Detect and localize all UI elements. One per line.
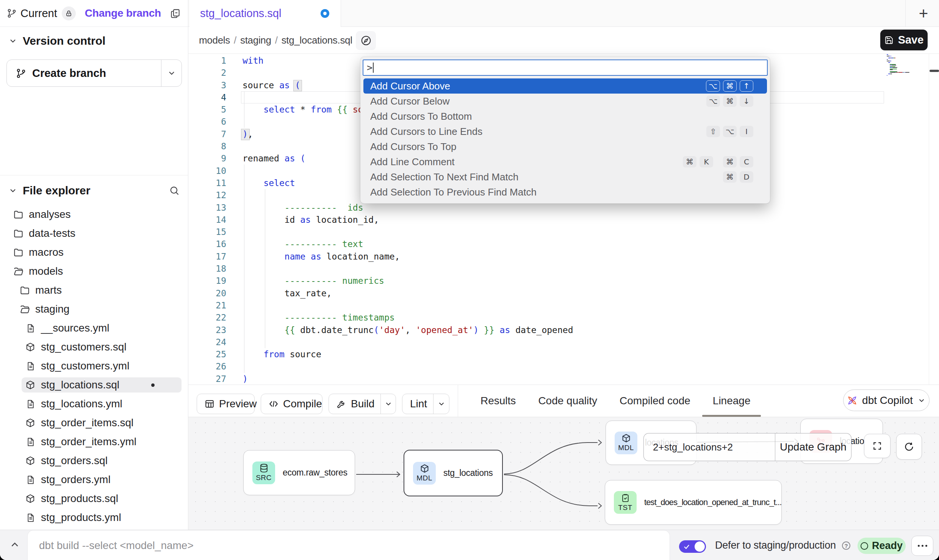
source-badge: SRC [252, 461, 275, 484]
folder-staging[interactable]: staging [0, 300, 188, 319]
change-branch-link[interactable]: Change branch [85, 7, 161, 19]
lineage-graph[interactable]: SRC ecom.raw_stores MDL stg_locations MD… [188, 417, 939, 530]
lineage-node-model-selected[interactable]: MDL stg_locations [404, 450, 503, 496]
shortcut-keys: ⇧⌥I [706, 126, 753, 137]
tab-lineage[interactable]: Lineage [713, 385, 751, 417]
database-icon [259, 463, 269, 473]
file-stg_orders.sql[interactable]: stg_orders.sql [0, 451, 188, 470]
chevron-down-icon [384, 400, 393, 408]
command-list: Add Cursor Above⌥⌘↑Add Cursor Below⌥⌘↓Ad… [363, 78, 767, 203]
command-item[interactable]: Add Selection To Next Find Match⌘D [363, 169, 767, 185]
command-item[interactable]: Add Cursor Above⌥⌘↑ [363, 78, 767, 94]
dbt-copilot-button[interactable]: dbt Copilot [843, 389, 930, 411]
key-cap: ↓ [740, 95, 753, 107]
build-dropdown[interactable] [380, 394, 396, 414]
create-branch-button[interactable]: Create branch [6, 59, 182, 87]
breadcrumb-segment[interactable]: stg_locations.sql [282, 34, 352, 46]
update-graph-button[interactable]: Update Graph [775, 433, 851, 461]
preview-button[interactable]: Preview [197, 394, 255, 414]
save-button[interactable]: Save [880, 30, 928, 50]
create-branch-main[interactable]: Create branch [7, 60, 161, 86]
file-stg_customers.yml[interactable]: stg_customers.yml [0, 357, 188, 375]
refresh-button[interactable] [896, 434, 922, 460]
key-cap: ⇧ [706, 126, 720, 137]
file-stg_locations.yml[interactable]: stg_locations.yml [0, 394, 188, 413]
command-item[interactable]: Add Selection To Previous Find Match [363, 185, 767, 200]
copy-icon[interactable] [170, 8, 180, 19]
build-button[interactable]: Build [329, 394, 396, 414]
file-name: staging [35, 303, 69, 315]
lineage-node-source[interactable]: SRC ecom.raw_stores [243, 450, 355, 495]
command-item[interactable]: Add Cursors to Line Ends⇧⌥I [363, 124, 767, 139]
folder-data-tests[interactable]: data-tests [0, 224, 188, 243]
file-__sources.yml[interactable]: __sources.yml [0, 319, 188, 338]
file-stg_order_items.sql[interactable]: stg_order_items.sql [0, 413, 188, 432]
folder-macros[interactable]: macros [0, 243, 188, 262]
tab-results[interactable]: Results [480, 385, 516, 417]
minimap[interactable] [887, 54, 911, 77]
document-icon [25, 324, 36, 333]
shortcut-keys: ⌘D [723, 171, 753, 183]
help-icon[interactable]: ? [842, 541, 850, 550]
tab-compiled-code[interactable]: Compiled code [620, 385, 690, 417]
file-explorer-section-header[interactable]: File explorer [0, 182, 188, 199]
command-item[interactable]: Add Cursors To Top [363, 139, 767, 154]
key-cap: C [740, 156, 753, 167]
model-cube-icon [25, 456, 36, 466]
search-icon[interactable] [169, 185, 180, 196]
file-stg_products.yml[interactable]: stg_products.yml [0, 508, 188, 527]
file-stg_customers.sql[interactable]: stg_customers.sql [0, 338, 188, 357]
cli-command-placeholder: dbt build --select <model_name> [39, 540, 194, 552]
file-name: stg_products.sql [41, 493, 118, 505]
compile-button[interactable]: Compile [261, 394, 322, 414]
code-line: tax_rate, [243, 287, 573, 299]
defer-toggle[interactable] [679, 540, 706, 553]
lint-button[interactable]: Lint [402, 394, 449, 414]
badge-label: SRC [256, 474, 272, 482]
new-tab-button[interactable]: + [913, 3, 934, 24]
command-item[interactable]: Add Cursor Below⌥⌘↓ [363, 94, 767, 109]
folder-models[interactable]: models [0, 262, 188, 281]
command-item[interactable]: Add Selections To All Find Matches [363, 200, 767, 203]
docs-compass-button[interactable] [356, 31, 376, 50]
create-branch-dropdown[interactable] [161, 60, 182, 86]
lineage-search-input[interactable]: 2+stg_locations+2 [644, 433, 775, 461]
modified-dot [151, 383, 155, 387]
breadcrumb-bar: models/staging/stg_locations.sql Save [188, 27, 939, 54]
file-stg_orders.yml[interactable]: stg_orders.yml [0, 470, 188, 489]
file-stg_locations.sql[interactable]: stg_locations.sql [0, 375, 188, 394]
ready-status-badge[interactable]: Ready [858, 538, 906, 554]
command-item[interactable]: Add Cursors To Bottom [363, 109, 767, 124]
model-cube-icon [25, 342, 36, 352]
more-options-button[interactable] [911, 536, 933, 556]
key-cap: ⌘ [723, 171, 737, 183]
key-cap: K [700, 156, 713, 167]
table-icon [205, 399, 214, 409]
command-item[interactable]: Add Line Comment⌘K⌘C [363, 154, 767, 169]
version-control-section-header[interactable]: Version control [0, 33, 188, 49]
current-branch-label: Current [20, 7, 57, 20]
folder-marts[interactable]: marts [0, 281, 188, 300]
defer-label: Defer to staging/production [715, 530, 836, 560]
toggle-knob [695, 541, 705, 552]
tab-stg-locations-sql[interactable]: stg_locations.sql [189, 0, 341, 27]
lineage-node-test[interactable]: TST test_does_location_opened_at_trunc_t… [605, 480, 782, 525]
breadcrumb-segment[interactable]: models [199, 34, 230, 46]
save-label: Save [898, 34, 924, 46]
breadcrumb-segment[interactable]: staging [240, 34, 271, 46]
fullscreen-icon [872, 441, 882, 451]
file-stg_order_items.yml[interactable]: stg_order_items.yml [0, 432, 188, 451]
chevron-up-icon[interactable] [10, 540, 20, 550]
code-line: ---------- timestamps [243, 311, 573, 324]
fullscreen-button[interactable] [864, 434, 890, 458]
scrollbar-thumb[interactable] [930, 70, 939, 72]
folder-analyses[interactable]: analyses [0, 205, 188, 224]
file-name: marts [35, 284, 62, 296]
command-palette-input[interactable]: > [363, 59, 768, 76]
chevron-down-icon [167, 69, 176, 78]
file-stg_products.sql[interactable]: stg_products.sql [0, 489, 188, 508]
command-input-panel[interactable]: dbt build --select <model_name> [27, 530, 670, 560]
lint-dropdown[interactable] [433, 394, 449, 414]
text-caret [373, 63, 374, 73]
tab-code-quality[interactable]: Code quality [538, 385, 597, 417]
